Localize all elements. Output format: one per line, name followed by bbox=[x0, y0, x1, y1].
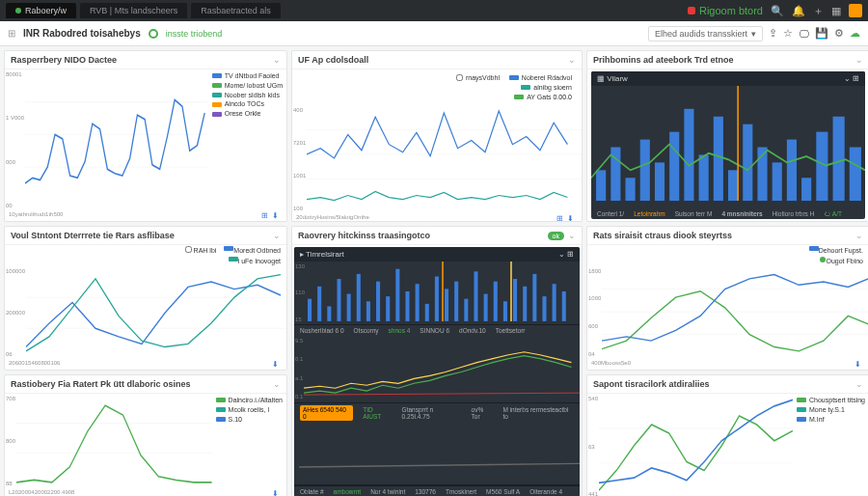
panel-raovrery: Raovrery hitckinss traasingotcook⌄ ▸ Tim… bbox=[291, 226, 583, 496]
org-label: Rigoom btord bbox=[699, 5, 763, 16]
panel-title: UF Ap cdolsdoall bbox=[298, 55, 368, 65]
svg-rect-36 bbox=[395, 269, 399, 321]
back-icon[interactable]: ⊞ bbox=[8, 28, 15, 39]
svg-rect-35 bbox=[386, 296, 390, 321]
section-controls[interactable]: ⌄ ⊞ bbox=[558, 250, 574, 259]
org-button[interactable]: Rigoom btord bbox=[688, 5, 763, 16]
tab-2[interactable]: RVB | Mts landscheers bbox=[80, 3, 187, 18]
monitor-icon[interactable]: 🖵 bbox=[799, 28, 809, 40]
chart-mid: 9.50.1a.10.1 bbox=[294, 336, 580, 403]
panel-title: Prihbomins ad ateebork Trd etnoe bbox=[593, 55, 734, 65]
legend-checkbox[interactable] bbox=[456, 74, 463, 81]
panel-title: Rastiobery Fia Ratert Pk ütt dlaboric os… bbox=[11, 379, 191, 389]
search-icon[interactable]: 🔍 bbox=[771, 5, 784, 17]
download-icon[interactable]: ⬇ bbox=[272, 360, 279, 369]
panel-sapont: Sapont tisracilork atdiraliies⌄ 54063441… bbox=[586, 374, 868, 496]
tab-3[interactable]: Rasbaetracted als bbox=[191, 3, 281, 18]
panel-title: Raovrery hitckinss traasingotco bbox=[298, 231, 430, 240]
svg-rect-16 bbox=[743, 124, 752, 201]
legend: Chousptsert titsing Mone ty.S.1 M.Inf bbox=[793, 394, 868, 496]
expand-icon[interactable]: ⌄ bbox=[568, 55, 576, 65]
download-icon[interactable]: ⬇ bbox=[567, 214, 574, 222]
bell-icon[interactable]: 🔔 bbox=[792, 5, 805, 17]
zoom-icon[interactable]: ⊞ bbox=[261, 211, 268, 220]
expand-icon[interactable]: ⌄ bbox=[855, 379, 863, 389]
svg-rect-23 bbox=[850, 148, 861, 202]
svg-rect-37 bbox=[405, 291, 409, 321]
cloud-icon[interactable]: ☁ bbox=[850, 27, 860, 40]
page-subtitle: insste triobend bbox=[166, 29, 223, 39]
expand-icon[interactable]: ⌄ bbox=[273, 55, 281, 65]
svg-rect-34 bbox=[376, 282, 380, 321]
plus-icon[interactable]: ＋ bbox=[813, 4, 824, 18]
y-axis: 10000020000006 bbox=[5, 266, 26, 359]
stats-row-2: AHes 6540 540 0TID AIUSTGtansprrt n 0.25… bbox=[294, 403, 580, 423]
svg-rect-9 bbox=[640, 140, 650, 202]
status-badge: ok bbox=[548, 232, 564, 240]
chart bbox=[307, 105, 582, 213]
expand-icon[interactable]: ⌄ bbox=[855, 231, 863, 240]
tab-label: Raboery/w bbox=[25, 6, 67, 15]
time-range-dropdown[interactable]: Elhed audids transskiert▾ bbox=[648, 26, 763, 41]
tab-label: Rasbaetracted als bbox=[201, 6, 271, 15]
svg-rect-28 bbox=[317, 287, 321, 321]
svg-rect-31 bbox=[347, 294, 351, 321]
grid-icon[interactable]: ▦ bbox=[831, 5, 841, 17]
svg-rect-50 bbox=[532, 274, 536, 321]
svg-rect-29 bbox=[327, 306, 331, 320]
chart bbox=[599, 394, 793, 496]
svg-rect-48 bbox=[513, 279, 517, 321]
page-header: ⊞ INR Rabodred toisahebys insste trioben… bbox=[0, 21, 868, 46]
svg-rect-20 bbox=[801, 178, 811, 201]
download-icon[interactable]: ⬇ bbox=[854, 360, 861, 369]
expand-icon[interactable]: ⌄ bbox=[855, 55, 863, 65]
svg-rect-41 bbox=[445, 289, 448, 321]
org-icon bbox=[688, 7, 695, 14]
panel-title: Sapont tisracilork atdiraliies bbox=[593, 379, 710, 389]
expand-icon[interactable]: ⌄ bbox=[273, 379, 281, 389]
legend: TV dNtbod Faoied Mome/ lobost UGm Noober… bbox=[208, 69, 286, 210]
chart-top: 13011015 bbox=[294, 262, 580, 325]
dark-subpanel: ▦ Vilarw⌄ ⊞ Conterl 1/ Letoinrahm Suison… bbox=[591, 71, 865, 219]
svg-rect-18 bbox=[773, 162, 782, 201]
download-icon[interactable]: ⬇ bbox=[272, 489, 279, 496]
subpanel-controls[interactable]: ⌄ ⊞ bbox=[844, 74, 859, 83]
svg-rect-30 bbox=[337, 279, 340, 321]
chart bbox=[602, 266, 868, 359]
svg-rect-53 bbox=[562, 291, 566, 321]
footer-row: Oblate #ambowrntNor 4 twinint130776Tmosk… bbox=[294, 485, 580, 496]
svg-rect-49 bbox=[523, 287, 527, 321]
expand-icon[interactable]: ⌄ bbox=[568, 231, 576, 240]
svg-rect-38 bbox=[416, 284, 420, 321]
svg-rect-11 bbox=[669, 132, 679, 201]
save-icon[interactable]: 💾 bbox=[815, 27, 828, 40]
svg-rect-10 bbox=[655, 162, 665, 201]
svg-rect-39 bbox=[425, 304, 429, 321]
stats-row-1: Nosheribiad 6 0Otscornyshnos 4SINNOU 6dO… bbox=[294, 325, 580, 336]
svg-rect-45 bbox=[484, 294, 488, 321]
gear-icon[interactable]: ⚙ bbox=[834, 27, 844, 40]
share-icon[interactable]: ⇪ bbox=[769, 27, 777, 40]
download-icon[interactable]: ⬇ bbox=[272, 211, 279, 220]
dashboard-grid: Rasperrbery NIDO Dactee⌄ 800011 V0000000… bbox=[0, 46, 868, 496]
panel-title: Voul Stntont Dterrrete tie Rars asflibas… bbox=[11, 231, 175, 240]
y-axis: 40072011001100 bbox=[292, 105, 307, 213]
expand-icon[interactable]: ⌄ bbox=[273, 231, 281, 240]
page-title: INR Rabodred toisahebys bbox=[23, 28, 141, 39]
tab-1[interactable]: Raboery/w bbox=[6, 3, 76, 18]
status-icon bbox=[149, 29, 158, 39]
star-icon[interactable]: ☆ bbox=[783, 27, 793, 40]
chart-bottom bbox=[294, 423, 580, 486]
legend-top: rnaysVdbhl Noberei Rdadvol alnibg sioern… bbox=[292, 69, 582, 105]
avatar[interactable] bbox=[849, 4, 862, 17]
svg-rect-32 bbox=[357, 274, 361, 321]
zoom-icon[interactable]: ⊞ bbox=[556, 214, 563, 222]
chart bbox=[26, 266, 286, 359]
chart bbox=[591, 86, 865, 208]
y-axis: 70880088 bbox=[5, 394, 16, 488]
legend-checkbox[interactable] bbox=[185, 246, 192, 253]
svg-rect-52 bbox=[553, 284, 556, 321]
section-title: ▸ Timrelsirart bbox=[300, 250, 344, 259]
x-axis: 400Mbooss5e0⬇ bbox=[587, 359, 868, 370]
topbar-right: Rigoom btord 🔍 🔔 ＋ ▦ bbox=[688, 4, 862, 18]
